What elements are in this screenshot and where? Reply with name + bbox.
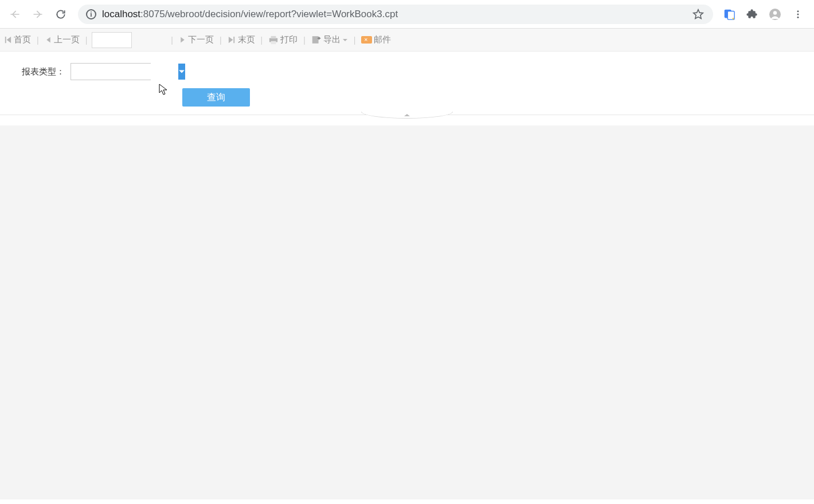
next-page-label: 下一页 (188, 34, 214, 45)
arrow-left-icon (9, 9, 21, 20)
print-icon (268, 36, 279, 45)
nav-reload-button[interactable] (50, 4, 71, 25)
url-host: localhost (102, 9, 140, 19)
svg-rect-10 (312, 36, 319, 44)
collapse-handle[interactable] (361, 112, 453, 119)
first-page-button[interactable]: 首页 (2, 33, 32, 46)
nav-forward-button[interactable] (28, 4, 48, 25)
nav-back-button[interactable] (5, 4, 25, 25)
svg-point-6 (797, 16, 799, 18)
extensions-icon[interactable] (745, 7, 759, 21)
toolbar-separator: | (81, 36, 92, 45)
toolbar-separator: | (215, 36, 226, 45)
first-page-icon (3, 36, 12, 44)
svg-rect-8 (271, 36, 276, 38)
email-button[interactable]: 邮件 (360, 33, 392, 46)
reload-icon (55, 9, 66, 20)
report-type-combobox[interactable] (71, 63, 151, 80)
browser-chrome: i localhost:8075/webroot/decision/view/r… (0, 0, 814, 29)
toolbar-separator: | (256, 36, 268, 45)
toolbar-separator: | (166, 36, 178, 45)
report-type-dropdown-button[interactable] (178, 64, 185, 80)
toolbar-separator: | (299, 36, 310, 45)
svg-point-5 (797, 13, 799, 15)
param-row: 报表类型： (0, 62, 814, 81)
prev-page-icon (45, 36, 52, 44)
toolbar-separator: | (349, 36, 361, 45)
next-page-button[interactable]: 下一页 (178, 33, 215, 46)
prev-page-button[interactable]: 上一页 (44, 33, 81, 46)
chrome-menu-icon[interactable] (791, 7, 805, 21)
next-page-icon (179, 36, 186, 44)
chevron-up-icon (404, 113, 410, 117)
first-page-label: 首页 (14, 34, 31, 45)
report-toolbar: 首页 | 上一页 | | 下一页 | 末页 | 打印 | 导出 | 邮件 (0, 29, 814, 52)
svg-rect-11 (318, 38, 320, 38)
last-page-button[interactable]: 末页 (226, 33, 256, 46)
last-page-label: 末页 (238, 34, 255, 45)
page-number-input[interactable] (92, 32, 132, 48)
url-path: :8075/webroot/decision/view/report?viewl… (140, 9, 398, 19)
chevron-down-icon (342, 37, 348, 43)
report-type-label: 报表类型： (0, 66, 71, 77)
email-label: 邮件 (374, 34, 391, 45)
export-icon (311, 35, 322, 45)
toolbar-separator: | (32, 36, 44, 45)
report-type-input[interactable] (71, 64, 178, 80)
profile-avatar-icon[interactable] (768, 7, 782, 21)
svg-rect-9 (271, 41, 276, 44)
site-info-icon[interactable]: i (86, 9, 96, 19)
chrome-action-icons (720, 7, 809, 21)
parameter-panel: 报表类型： 查询 (0, 52, 814, 115)
print-button[interactable]: 打印 (267, 33, 299, 46)
svg-point-4 (797, 10, 799, 12)
url-bar[interactable]: i localhost:8075/webroot/decision/view/r… (78, 5, 713, 24)
email-icon (361, 36, 372, 44)
export-label: 导出 (323, 34, 341, 45)
arrow-right-icon (32, 9, 44, 20)
report-content-area (0, 125, 814, 499)
last-page-icon (228, 36, 236, 44)
export-button[interactable]: 导出 (310, 33, 349, 46)
query-button-label: 查询 (207, 92, 225, 104)
svg-point-3 (773, 11, 777, 14)
collapse-handle-area (0, 115, 814, 125)
query-button[interactable]: 查询 (182, 88, 250, 107)
mouse-cursor-icon (159, 84, 168, 96)
url-text: localhost:8075/webroot/decision/view/rep… (102, 9, 686, 20)
chevron-down-icon (178, 68, 185, 75)
print-label: 打印 (280, 34, 298, 45)
translate-extension-icon[interactable] (722, 7, 736, 21)
prev-page-label: 上一页 (54, 34, 80, 45)
bookmark-star-icon[interactable] (691, 7, 705, 21)
